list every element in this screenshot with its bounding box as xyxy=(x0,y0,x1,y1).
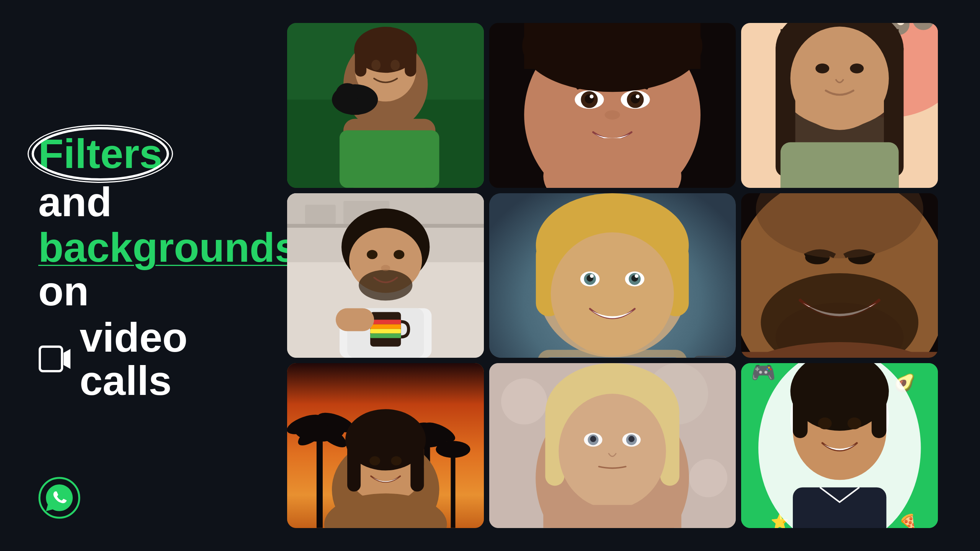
phone-pip xyxy=(694,356,728,358)
filters-word: Filters xyxy=(38,133,162,174)
headline-on-text: on xyxy=(38,268,89,314)
svg-rect-99 xyxy=(317,432,323,528)
svg-rect-52 xyxy=(305,205,336,224)
headline-line1: Filters and xyxy=(38,133,222,223)
grid-cell-1 xyxy=(287,23,484,188)
svg-point-148 xyxy=(818,417,831,429)
svg-point-59 xyxy=(381,265,390,271)
svg-rect-150 xyxy=(793,487,886,528)
svg-point-28 xyxy=(636,95,640,98)
grid-cell-3 xyxy=(741,23,938,188)
phone-ui: Fisheye Aa FILTERS BACKGR 📷 xyxy=(489,193,735,358)
grid-cell-8 xyxy=(489,363,735,528)
svg-text:🎮: 🎮 xyxy=(751,363,776,384)
svg-marker-2 xyxy=(64,349,70,369)
svg-rect-66 xyxy=(370,333,401,338)
svg-point-11 xyxy=(371,60,381,70)
svg-point-46 xyxy=(850,64,864,73)
svg-rect-109 xyxy=(451,452,455,528)
svg-rect-114 xyxy=(347,438,361,492)
svg-point-29 xyxy=(605,110,620,119)
svg-rect-146 xyxy=(793,389,808,439)
backgrounds-word: backgrounds xyxy=(38,224,298,271)
svg-point-149 xyxy=(847,417,861,429)
phone-main-video: Fisheye xyxy=(489,193,735,358)
headline: Filters and backgrounds on video calls xyxy=(38,133,222,403)
svg-rect-16 xyxy=(340,130,439,187)
svg-point-117 xyxy=(391,456,402,466)
svg-point-44 xyxy=(790,27,889,130)
video-calls-text: video calls xyxy=(80,316,222,403)
svg-rect-82 xyxy=(538,350,687,358)
svg-point-0 xyxy=(33,128,168,179)
svg-rect-20 xyxy=(524,23,701,69)
svg-point-116 xyxy=(369,456,380,466)
headline-line2: backgrounds on xyxy=(38,226,222,313)
svg-point-24 xyxy=(590,95,594,98)
svg-rect-83 xyxy=(542,357,683,358)
svg-rect-1 xyxy=(40,347,62,371)
headline-and: and xyxy=(38,181,112,223)
svg-rect-147 xyxy=(871,389,886,439)
grid-cell-9: 🎮 🥑 ⭐ 🍕 xyxy=(741,363,938,528)
svg-point-110 xyxy=(436,441,470,458)
svg-point-57 xyxy=(367,250,377,259)
svg-rect-84 xyxy=(694,357,727,358)
svg-rect-64 xyxy=(370,324,401,329)
svg-rect-115 xyxy=(410,438,424,492)
grid-cell-7 xyxy=(287,363,484,528)
svg-point-58 xyxy=(394,250,404,259)
svg-point-14 xyxy=(336,83,359,104)
grid-cell-6 xyxy=(741,193,938,358)
video-grid: Fisheye Aa FILTERS BACKGR 📷 xyxy=(287,23,938,528)
svg-rect-135 xyxy=(489,363,735,528)
svg-rect-63 xyxy=(370,320,401,324)
svg-rect-9 xyxy=(355,46,366,77)
svg-point-81 xyxy=(635,274,639,278)
right-panel: Fisheye Aa FILTERS BACKGR 📷 xyxy=(253,0,980,551)
headline-line3: video calls xyxy=(38,316,222,403)
svg-rect-65 xyxy=(370,329,401,333)
grid-cell-phone: Fisheye Aa FILTERS BACKGR 📷 xyxy=(489,193,735,358)
svg-rect-10 xyxy=(405,46,416,77)
svg-point-12 xyxy=(390,60,400,70)
whatsapp-logo xyxy=(38,477,80,520)
svg-point-73 xyxy=(551,232,674,355)
video-call-icon xyxy=(38,345,72,373)
svg-rect-67 xyxy=(336,308,374,331)
svg-point-45 xyxy=(815,64,829,73)
svg-text:🍕: 🍕 xyxy=(898,513,917,528)
grid-cell-2 xyxy=(489,23,735,188)
svg-point-56 xyxy=(359,270,412,300)
grid-cell-4 xyxy=(287,193,484,358)
svg-rect-47 xyxy=(780,142,898,188)
svg-point-77 xyxy=(590,274,594,278)
left-panel: Filters and backgrounds on video calls xyxy=(0,0,253,551)
